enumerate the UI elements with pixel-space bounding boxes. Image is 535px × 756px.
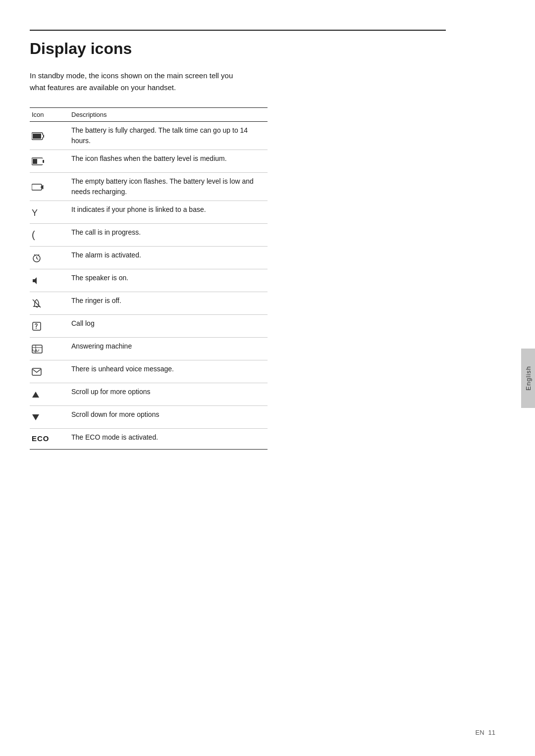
svg-rect-9 <box>43 160 44 163</box>
battery-full-icon <box>30 122 69 150</box>
col-icon-header: Icon <box>30 108 69 122</box>
svg-line-19 <box>38 254 39 255</box>
svg-rect-30 <box>33 349 35 350</box>
icons-table: Icon Descriptions The battery is fully c… <box>30 107 268 450</box>
intro-text: In standby mode, the icons shown on the … <box>30 70 248 94</box>
signal-link-icon: Υ <box>30 201 69 224</box>
col-desc-header: Descriptions <box>69 108 268 122</box>
table-cell-description: Call log <box>69 315 268 338</box>
table-row: The speaker is on. <box>30 269 268 292</box>
alarm-icon <box>30 247 69 269</box>
table-row: The ringer is off. <box>30 292 268 315</box>
table-cell-description: The speaker is on. <box>69 269 268 292</box>
footer-area: EN 11 <box>475 729 495 736</box>
svg-rect-8 <box>33 159 37 164</box>
svg-marker-35 <box>32 414 39 420</box>
footer-page: 11 <box>488 729 495 736</box>
svg-rect-31 <box>37 349 39 350</box>
eco-mode-text: ECO <box>32 433 50 445</box>
ringer-off-icon <box>30 292 69 315</box>
svg-rect-10 <box>32 184 42 190</box>
footer-text: EN 11 <box>475 729 495 736</box>
call-log-icon <box>30 315 69 338</box>
svg-rect-1 <box>33 134 41 139</box>
table-row: Answering machine <box>30 338 268 360</box>
table-cell-description: It indicates if your phone is linked to … <box>69 201 268 224</box>
table-cell-description: The alarm is activated. <box>69 247 268 269</box>
table-cell-description: The ringer is off. <box>69 292 268 315</box>
table-cell-description: The battery is fully charged. The talk t… <box>69 122 268 150</box>
speaker-on-icon <box>30 269 69 292</box>
eco-mode-icon: ECO <box>30 429 69 450</box>
table-row: ECOThe ECO mode is activated. <box>30 429 268 450</box>
table-cell-description: Answering machine <box>69 338 268 360</box>
call-in-progress-icon: ( <box>30 224 69 247</box>
answering-machine-icon <box>30 338 69 360</box>
table-cell-description: The ECO mode is activated. <box>69 429 268 450</box>
table-cell-description: The icon flashes when the battery level … <box>69 150 268 173</box>
sidebar-tab: English <box>521 349 535 408</box>
table-cell-description: There is unheard voice message. <box>69 360 268 383</box>
table-header-row: Icon Descriptions <box>30 108 268 122</box>
table-cell-description: The call is in progress. <box>69 224 268 247</box>
svg-marker-34 <box>32 392 39 398</box>
battery-low-icon <box>30 173 69 201</box>
table-row: The battery is fully charged. The talk t… <box>30 122 268 150</box>
svg-point-24 <box>36 328 37 329</box>
svg-text:Υ: Υ <box>32 208 38 217</box>
table-row: There is unheard voice message. <box>30 360 268 383</box>
svg-text:(: ( <box>32 230 35 240</box>
top-rule <box>30 30 446 31</box>
battery-medium-icon <box>30 150 69 173</box>
scroll-up-icon <box>30 383 69 406</box>
voice-message-icon <box>30 360 69 383</box>
table-row: Scroll up for more options <box>30 383 268 406</box>
table-row: ( The call is in progress. <box>30 224 268 247</box>
content-area: Display icons In standby mode, the icons… <box>0 0 485 479</box>
footer-lang: EN <box>475 729 484 736</box>
table-cell-description: Scroll down for more options <box>69 406 268 429</box>
table-cell-description: The empty battery icon flashes. The batt… <box>69 173 268 201</box>
scroll-down-icon <box>30 406 69 429</box>
svg-line-18 <box>34 254 36 255</box>
table-row: Scroll down for more options <box>30 406 268 429</box>
svg-line-17 <box>37 258 38 259</box>
svg-rect-33 <box>32 368 41 375</box>
svg-marker-20 <box>33 277 37 284</box>
page-container: English Display icons In standby mode, t… <box>0 0 535 756</box>
table-row: The empty battery icon flashes. The batt… <box>30 173 268 201</box>
sidebar-label: English <box>525 366 532 391</box>
table-row: The alarm is activated. <box>30 247 268 269</box>
table-row: Call log <box>30 315 268 338</box>
table-cell-description: Scroll up for more options <box>69 383 268 406</box>
svg-marker-3 <box>41 135 43 138</box>
page-title: Display icons <box>30 40 446 58</box>
table-row: Υ It indicates if your phone is linked t… <box>30 201 268 224</box>
table-row: The icon flashes when the battery level … <box>30 150 268 173</box>
